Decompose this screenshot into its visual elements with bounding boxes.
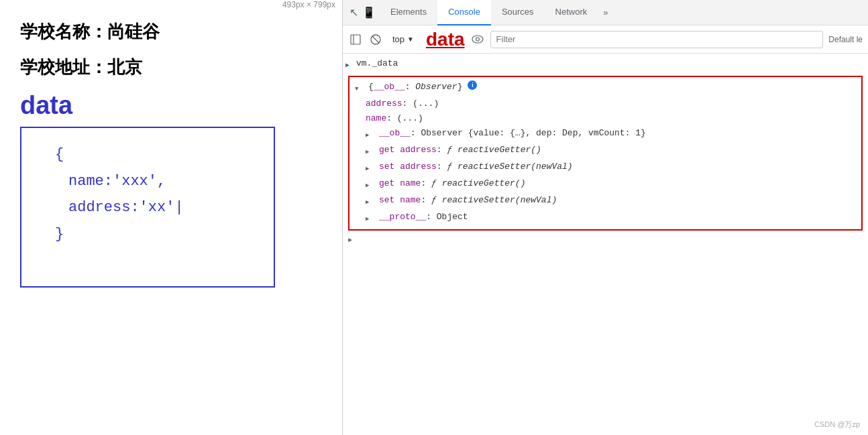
ob-detail-arrow[interactable] xyxy=(366,127,376,142)
data-heading-left: data xyxy=(20,91,322,120)
ob-detail-text: __ob__: Observer {value: {…}, dep: Dep, … xyxy=(379,127,646,140)
get-address-text: get address: ƒ reactiveGetter() xyxy=(379,143,541,157)
vm-data-text: vm._data xyxy=(356,57,398,70)
eye-icon[interactable] xyxy=(470,32,485,47)
left-panel: 493px × 799px 学校名称：尚硅谷 学校地址：北京 data { na… xyxy=(0,0,342,435)
console-content: ▶ vm._data {__ob__: Observer} i address:… xyxy=(343,54,868,435)
code-line-3: address:'xx'| xyxy=(55,194,254,221)
dimension-label: 493px × 799px xyxy=(282,0,335,9)
watermark: CSDN @万zp xyxy=(814,420,860,430)
devtools-panel: ↖ 📱 Elements Console Sources Network » xyxy=(342,0,868,435)
tab-network[interactable]: Network xyxy=(545,0,598,25)
cursor-icon[interactable]: ↖ xyxy=(349,6,358,19)
ob-expand-arrow[interactable] xyxy=(355,80,366,96)
bottom-prompt-row[interactable]: ► xyxy=(343,233,868,247)
set-address-text: set address: ƒ reactiveSetter(newVal) xyxy=(379,160,573,174)
context-selector[interactable]: top ▼ xyxy=(388,32,418,46)
code-line-1: { xyxy=(55,141,254,168)
ob-observer-row[interactable]: {__ob__: Observer} i xyxy=(349,80,861,97)
console-toolbar: top ▼ data Default le xyxy=(343,25,868,54)
proto-text: __proto__: Object xyxy=(379,210,468,224)
tab-console[interactable]: Console xyxy=(437,0,491,25)
proto-arrow[interactable] xyxy=(366,210,376,226)
school-name: 学校名称：尚硅谷 xyxy=(20,20,322,44)
filter-input[interactable] xyxy=(490,31,824,48)
ob-detail-row[interactable]: __ob__: Observer {value: {…}, dep: Dep, … xyxy=(349,126,861,143)
svg-point-4 xyxy=(472,36,483,43)
tab-sources[interactable]: Sources xyxy=(491,0,545,25)
get-address-arrow[interactable] xyxy=(366,143,376,159)
console-inner: {__ob__: Observer} i address: (...) name… xyxy=(349,77,861,229)
set-address-row[interactable]: set address: ƒ reactiveSetter(newVal) xyxy=(349,160,861,176)
svg-line-3 xyxy=(372,36,380,43)
vm-data-row[interactable]: ▶ vm._data xyxy=(343,56,868,73)
set-address-arrow[interactable] xyxy=(366,160,376,176)
context-value: top xyxy=(392,34,404,44)
svg-rect-0 xyxy=(351,35,360,44)
name-row[interactable]: name: (...) xyxy=(349,111,861,126)
proto-row[interactable]: __proto__: Object xyxy=(349,210,861,227)
get-name-row[interactable]: get name: ƒ reactiveGetter() xyxy=(349,176,861,193)
set-name-row[interactable]: set name: ƒ reactiveSetter(newVal) xyxy=(349,193,861,210)
school-address: 学校地址：北京 xyxy=(20,56,322,79)
console-debug-section: {__ob__: Observer} i address: (...) name… xyxy=(348,76,863,231)
default-levels-label: Default le xyxy=(828,35,863,44)
clear-console-button[interactable] xyxy=(368,32,383,47)
get-name-text: get name: ƒ reactiveGetter() xyxy=(379,177,525,190)
context-arrow-icon: ▼ xyxy=(407,36,414,43)
mobile-icon[interactable]: 📱 xyxy=(362,6,376,19)
code-line-4: } xyxy=(55,221,254,248)
get-address-row[interactable]: get address: ƒ reactiveGetter() xyxy=(349,143,861,160)
code-line-2: name:'xxx', xyxy=(55,168,254,195)
data-red-label: data xyxy=(426,30,465,49)
devtools-tabs: ↖ 📱 Elements Console Sources Network » xyxy=(343,0,868,25)
info-icon[interactable]: i xyxy=(468,80,477,90)
tab-elements[interactable]: Elements xyxy=(380,0,437,25)
prompt-chevron: ► xyxy=(348,237,352,244)
address-text: address: (...) xyxy=(366,97,439,111)
expand-icon[interactable]: ▶ xyxy=(345,57,356,72)
set-name-arrow[interactable] xyxy=(366,194,376,209)
set-name-text: set name: ƒ reactiveSetter(newVal) xyxy=(379,194,557,207)
code-box: { name:'xxx', address:'xx'| } xyxy=(20,127,275,288)
svg-point-5 xyxy=(476,38,479,41)
ob-text: {__ob__: Observer} xyxy=(368,80,462,94)
get-name-arrow[interactable] xyxy=(366,177,376,192)
address-row[interactable]: address: (...) xyxy=(349,97,861,111)
console-sidebar-toggle[interactable] xyxy=(348,32,363,47)
name-text: name: (...) xyxy=(366,112,423,125)
more-tabs-button[interactable]: » xyxy=(598,0,613,25)
